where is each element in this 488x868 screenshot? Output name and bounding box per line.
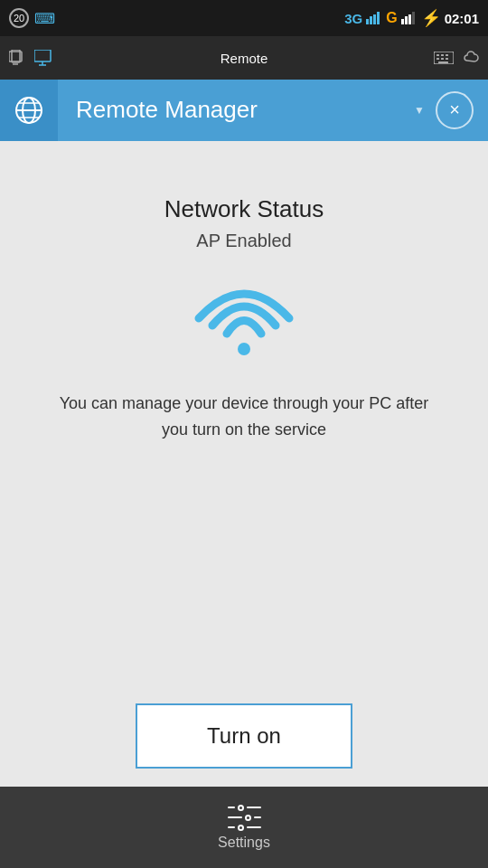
svg-rect-7: [412, 12, 415, 24]
network-status-title: Network Status: [164, 195, 324, 223]
signal-bars-icon: [366, 12, 382, 24]
bottom-nav: Settings: [0, 787, 488, 868]
svg-rect-16: [441, 54, 444, 56]
keyboard-icon: [434, 52, 454, 64]
svg-rect-2: [373, 14, 376, 24]
close-icon: ×: [449, 99, 460, 120]
tab-bar-icons-left: [9, 50, 54, 66]
settings-label[interactable]: Settings: [218, 835, 270, 851]
turn-on-button[interactable]: Turn on: [136, 703, 352, 769]
network-status-value: AP Enabled: [196, 231, 291, 251]
tab-bar: Remote: [0, 36, 488, 80]
app-header: Remote Manager ▼ ×: [0, 80, 488, 141]
header-title: Remote Manager: [76, 96, 258, 124]
device-icon: [9, 50, 29, 66]
svg-rect-21: [438, 61, 448, 63]
network-type: 3G: [344, 11, 362, 26]
time-display: 02:01: [445, 11, 479, 26]
svg-rect-6: [408, 14, 411, 24]
svg-rect-17: [446, 54, 448, 56]
carrier-signal-icon: [401, 12, 418, 24]
header-title-area: Remote Manager ▼ ×: [58, 80, 488, 141]
globe-button[interactable]: [0, 80, 58, 141]
network-description: You can manage your device through your …: [27, 391, 461, 443]
svg-point-27: [238, 343, 250, 355]
status-bar-left: 20 ⌨: [9, 8, 55, 28]
svg-rect-4: [401, 19, 404, 24]
cloud-icon: [459, 51, 479, 65]
globe-icon: [13, 94, 45, 127]
computer-icon: [34, 50, 54, 66]
close-button[interactable]: ×: [436, 91, 474, 129]
wifi-icon: [194, 278, 294, 358]
active-tab-label[interactable]: Remote: [221, 51, 268, 66]
tab-bar-icons-right: [434, 51, 479, 65]
svg-rect-19: [441, 58, 444, 60]
wifi-status-icon: ⌨: [34, 10, 55, 27]
header-triangle-icon: ▼: [414, 104, 425, 117]
svg-rect-20: [446, 58, 448, 60]
status-bar: 20 ⌨ 3G G ⚡ 02:01: [0, 0, 488, 36]
svg-rect-18: [436, 58, 439, 60]
settings-icon: [228, 805, 261, 831]
svg-rect-15: [436, 54, 439, 56]
svg-rect-11: [34, 50, 51, 61]
notification-badge: 20: [9, 8, 29, 28]
svg-rect-1: [370, 16, 372, 24]
status-bar-right: 3G G ⚡ 02:01: [344, 8, 479, 28]
svg-rect-5: [405, 16, 408, 24]
battery-icon: ⚡: [421, 8, 441, 28]
svg-rect-3: [377, 12, 380, 24]
svg-rect-0: [366, 19, 369, 24]
wifi-icon-container: [194, 278, 294, 362]
main-content: Network Status AP Enabled You can manage…: [0, 141, 488, 787]
carrier-icon: G: [386, 10, 397, 26]
